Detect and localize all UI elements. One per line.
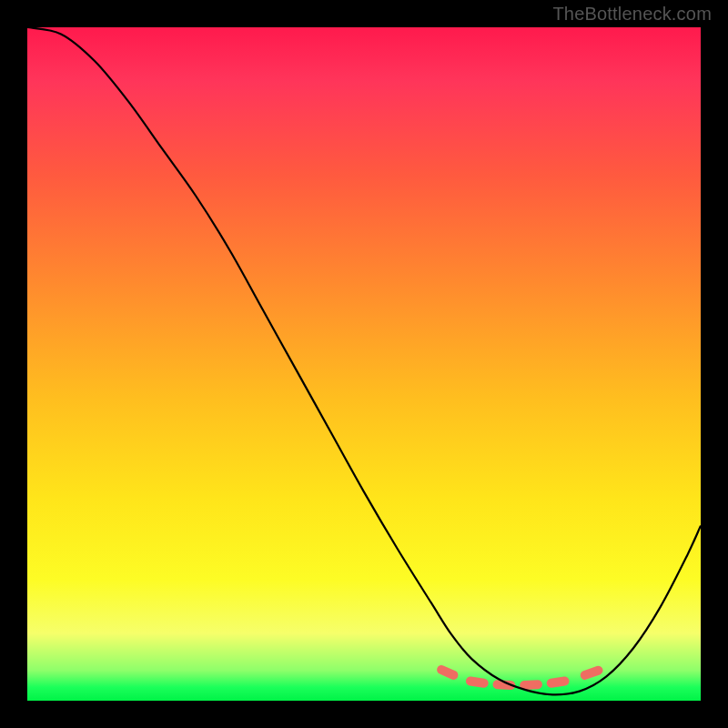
valley-dash-4	[524, 684, 538, 685]
plot-area	[27, 27, 701, 701]
valley-dash-2	[470, 682, 484, 683]
valley-markers	[441, 670, 598, 685]
valley-dash-5	[551, 682, 565, 683]
chart-frame: TheBottleneck.com	[0, 0, 728, 728]
valley-dash-1	[441, 670, 453, 675]
bottleneck-curve	[27, 27, 701, 694]
plot-svg	[27, 27, 701, 701]
watermark-text: TheBottleneck.com	[552, 4, 712, 25]
valley-dash-6	[585, 671, 599, 675]
